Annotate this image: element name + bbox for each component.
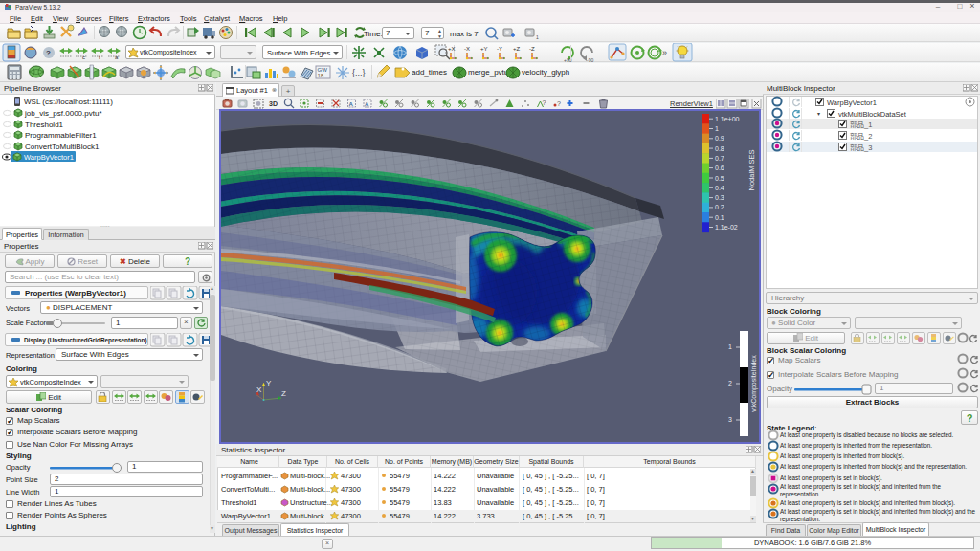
svg-text:18: 18: [318, 73, 324, 78]
svg-text:NodalMISES: NodalMISES: [747, 150, 756, 191]
svg-text:A: A: [349, 101, 354, 107]
svg-text:A: A: [365, 101, 369, 107]
svg-text:X: X: [256, 386, 262, 394]
svg-text:1.1e+00: 1.1e+00: [715, 116, 740, 122]
svg-text:0.2: 0.2: [715, 204, 724, 210]
svg-text:0.5: 0.5: [715, 175, 724, 182]
svg-text:+Y: +Y: [480, 46, 488, 52]
svg-text:a: a: [115, 55, 119, 60]
svg-text:1: 1: [728, 343, 732, 350]
svg-text:1.1e-02: 1.1e-02: [715, 224, 738, 231]
svg-text:?: ?: [557, 100, 561, 107]
svg-text:c: c: [82, 55, 85, 60]
svg-text:Z: Z: [281, 389, 286, 398]
svg-text:»: »: [662, 48, 667, 57]
svg-text:velocity_glyph: velocity_glyph: [522, 68, 569, 77]
svg-text:add_times: add_times: [412, 68, 447, 77]
svg-text:1: 1: [715, 125, 719, 132]
svg-text:0.3: 0.3: [715, 194, 724, 201]
svg-text:-90: -90: [587, 57, 593, 62]
svg-text:{...}: {...}: [352, 68, 366, 77]
svg-text:0.6: 0.6: [715, 165, 724, 171]
svg-text:0.9: 0.9: [715, 135, 724, 142]
svg-text:-X: -X: [464, 46, 470, 52]
svg-text:+X: +X: [448, 46, 456, 52]
svg-text:?: ?: [46, 49, 51, 57]
svg-text:-Y: -Y: [497, 46, 502, 52]
svg-text:merge_pvtu: merge_pvtu: [468, 68, 508, 77]
svg-text:3D: 3D: [269, 100, 278, 107]
svg-text:vtkCompositeIndex: vtkCompositeIndex: [750, 355, 758, 412]
svg-text:0.4: 0.4: [715, 185, 724, 191]
svg-text:3: 3: [728, 416, 732, 423]
svg-text:?: ?: [543, 99, 546, 106]
svg-text:t: t: [99, 55, 100, 60]
svg-text:Y: Y: [266, 379, 272, 387]
svg-text:+Z: +Z: [513, 46, 521, 52]
svg-text:2: 2: [728, 380, 732, 386]
svg-text:0.1: 0.1: [715, 214, 724, 221]
svg-text:1: 1: [536, 34, 539, 40]
svg-text:0.8: 0.8: [715, 145, 724, 152]
svg-text:0.7: 0.7: [715, 155, 724, 162]
svg-text:-Z: -Z: [529, 46, 535, 52]
